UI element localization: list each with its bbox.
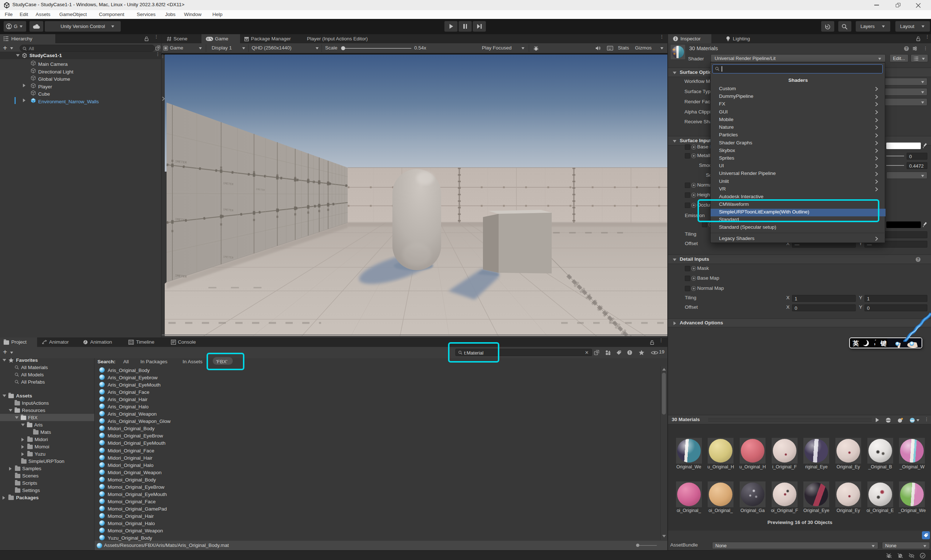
svg-text:?: ? xyxy=(917,257,919,262)
svg-text:?: ? xyxy=(905,46,907,51)
